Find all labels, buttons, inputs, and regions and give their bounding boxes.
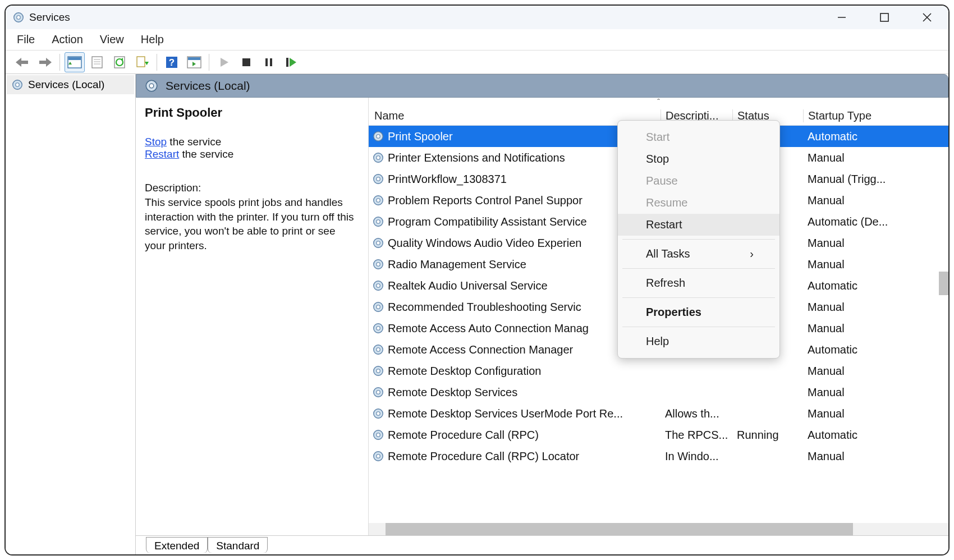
svg-point-52 xyxy=(377,284,380,287)
tab-standard[interactable]: Standard xyxy=(208,537,268,553)
gear-icon xyxy=(372,365,384,377)
service-row[interactable]: Remote Procedure Call (RPC) LocatorIn Wi… xyxy=(369,446,948,467)
ctx-restart[interactable]: Restart xyxy=(618,214,779,236)
detail-panel: Print Spooler Stop the service Restart t… xyxy=(136,98,369,535)
gear-icon xyxy=(372,130,384,143)
service-row[interactable]: Remote Desktop Services UserMode Port Re… xyxy=(369,403,948,424)
svg-point-36 xyxy=(149,84,154,88)
restart-link[interactable]: Restart xyxy=(145,148,179,160)
svg-marker-27 xyxy=(221,58,228,67)
service-name: Remote Procedure Call (RPC) Locator xyxy=(388,450,579,463)
col-startup-type[interactable]: Startup Type xyxy=(803,109,948,122)
service-startup: Manual xyxy=(803,386,948,399)
horizontal-scrollbar[interactable] xyxy=(369,523,948,535)
service-name: Remote Desktop Configuration xyxy=(388,365,541,378)
service-name: Remote Desktop Services xyxy=(388,386,517,399)
context-menu: Start Stop Pause Resume Restart All Task… xyxy=(617,120,780,359)
gear-icon xyxy=(372,386,384,398)
chevron-right-icon: › xyxy=(750,247,754,260)
svg-rect-29 xyxy=(265,58,268,66)
maximize-button[interactable] xyxy=(870,7,899,27)
gear-icon xyxy=(372,258,384,270)
svg-point-56 xyxy=(377,327,380,330)
menu-file[interactable]: File xyxy=(17,33,35,46)
vertical-scrollbar-thumb[interactable] xyxy=(939,272,948,295)
service-name: Problem Reports Control Panel Suppor xyxy=(388,194,583,207)
export-button[interactable] xyxy=(132,52,152,72)
menu-help[interactable]: Help xyxy=(141,33,164,46)
tree-pane: Services (Local) xyxy=(6,74,136,554)
menu-view[interactable]: View xyxy=(100,33,124,46)
pause-service-button[interactable] xyxy=(259,52,279,72)
gear-icon xyxy=(372,429,384,441)
service-startup: Manual xyxy=(803,365,948,378)
menubar: File Action View Help xyxy=(6,29,948,51)
properties-button[interactable] xyxy=(87,52,107,72)
ctx-pause: Pause xyxy=(618,170,779,192)
ctx-help[interactable]: Help xyxy=(618,331,779,352)
ctx-refresh[interactable]: Refresh xyxy=(618,272,779,294)
restart-service-line: Restart the service xyxy=(145,148,359,160)
tree-root-services-local[interactable]: Services (Local) xyxy=(7,75,134,94)
service-desc: Allows th... xyxy=(661,407,732,420)
refresh-button[interactable] xyxy=(109,52,130,72)
pane-header-label: Services (Local) xyxy=(166,79,250,93)
menu-action[interactable]: Action xyxy=(52,33,83,46)
gear-icon xyxy=(372,279,384,292)
service-name: Realtek Audio Universal Service xyxy=(388,279,548,292)
service-row[interactable]: Remote Desktop ConfigurationManual xyxy=(369,360,948,382)
svg-point-38 xyxy=(377,135,380,138)
gear-icon xyxy=(372,407,384,420)
svg-point-62 xyxy=(377,391,380,394)
service-desc: The RPCS... xyxy=(661,429,732,442)
close-button[interactable] xyxy=(912,7,942,27)
svg-point-46 xyxy=(377,220,380,223)
service-name: Remote Access Connection Manager xyxy=(388,343,573,356)
service-startup: Automatic xyxy=(803,429,948,442)
service-startup: Automatic xyxy=(803,279,948,292)
restart-service-button[interactable] xyxy=(281,52,301,72)
sort-indicator: ˆ xyxy=(369,98,948,107)
svg-rect-25 xyxy=(188,57,200,60)
ctx-stop[interactable]: Stop xyxy=(618,148,779,170)
service-row[interactable]: Remote Procedure Call (RPC)The RPCS...Ru… xyxy=(369,424,948,446)
svg-rect-28 xyxy=(242,58,250,66)
minimize-button[interactable] xyxy=(827,7,856,27)
svg-marker-21 xyxy=(145,62,149,65)
help-icon-button[interactable]: ? xyxy=(162,52,182,72)
service-startup: Manual xyxy=(803,407,948,420)
svg-point-58 xyxy=(377,348,380,351)
back-button[interactable] xyxy=(12,52,33,72)
service-name: Remote Procedure Call (RPC) xyxy=(388,429,539,442)
svg-marker-6 xyxy=(16,58,21,67)
service-row[interactable]: Remote Desktop ServicesManual xyxy=(369,382,948,403)
gear-icon xyxy=(372,301,384,313)
ctx-all-tasks[interactable]: All Tasks› xyxy=(618,243,779,265)
col-name[interactable]: Name xyxy=(369,109,661,122)
action-pane-button[interactable] xyxy=(184,52,204,72)
service-name: Print Spooler xyxy=(388,130,453,143)
ctx-resume: Resume xyxy=(618,192,779,214)
ctx-properties[interactable]: Properties xyxy=(618,301,779,323)
detail-title: Print Spooler xyxy=(145,105,359,120)
ctx-start: Start xyxy=(618,126,779,148)
stop-link[interactable]: Stop xyxy=(145,136,167,148)
svg-rect-30 xyxy=(270,58,272,66)
gear-icon xyxy=(372,343,384,356)
service-name: Program Compatibility Assistant Service xyxy=(388,215,587,228)
start-service-button[interactable] xyxy=(214,52,234,72)
service-startup: Manual xyxy=(803,194,948,207)
gear-icon xyxy=(372,173,384,185)
forward-button[interactable] xyxy=(35,52,55,72)
show-hide-tree-button[interactable] xyxy=(65,52,85,72)
tab-extended[interactable]: Extended xyxy=(146,537,208,553)
stop-service-button[interactable] xyxy=(236,52,256,72)
service-name: Quality Windows Audio Video Experien xyxy=(388,237,581,250)
description-body: This service spools print jobs and handl… xyxy=(145,195,358,253)
svg-marker-32 xyxy=(290,58,296,67)
service-name: Recommended Troubleshooting Servic xyxy=(388,301,581,314)
service-list[interactable]: ˆ Name Descripti... Status Startup Type … xyxy=(369,98,948,535)
gear-icon xyxy=(372,194,384,206)
svg-rect-11 xyxy=(68,57,81,60)
gear-icon xyxy=(372,152,384,164)
